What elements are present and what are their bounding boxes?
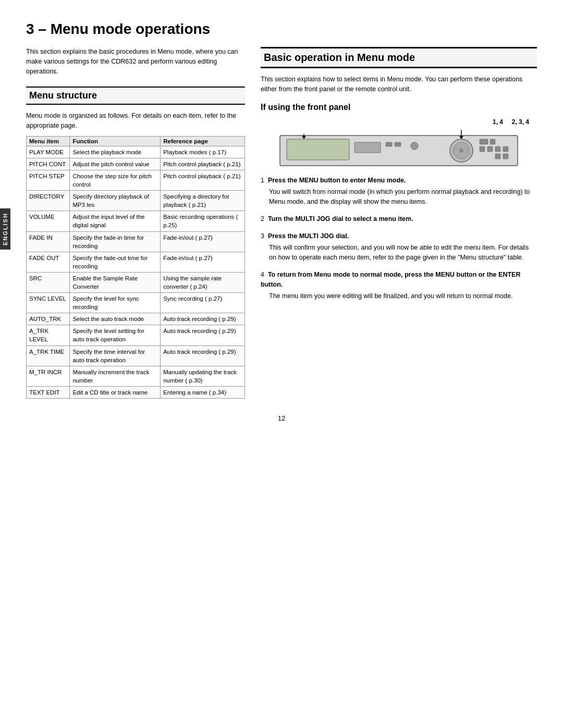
- table-cell-9-2: Auto track recording ( p.29): [161, 313, 245, 325]
- step-4-label: 4 To return from Menu mode to normal mod…: [261, 270, 537, 290]
- svg-rect-12: [487, 146, 493, 152]
- table-cell-3-1: Specify directory playback of MP3 les: [70, 191, 161, 211]
- page-number: 12: [26, 414, 537, 422]
- svg-rect-1: [287, 139, 349, 160]
- table-cell-13-2: Entering a name ( p.34): [161, 386, 245, 398]
- table-cell-5-0: FADE IN: [27, 231, 70, 252]
- table-cell-11-2: Auto track recording ( p.29): [161, 346, 245, 366]
- table-row: A_TRK TIMESpecify the time interval for …: [27, 346, 245, 366]
- table-cell-10-2: Auto track recording ( p.29): [161, 325, 245, 346]
- basic-op-intro: This section explains how to select item…: [261, 75, 537, 94]
- table-cell-1-2: Pitch control playback ( p.21): [161, 158, 245, 170]
- table-cell-4-1: Adjust the input level of the digital si…: [70, 211, 161, 231]
- step-4-detail: The menu item you were editing will be f…: [269, 291, 537, 301]
- language-label: ENGLISH: [0, 208, 10, 250]
- table-cell-9-1: Select the auto track mode: [70, 313, 161, 325]
- table-cell-0-0: PLAY MODE: [27, 146, 70, 158]
- table-cell-10-0: A_TRK LEVEL: [27, 325, 70, 346]
- svg-rect-9: [480, 139, 488, 144]
- step-1-label: 1 Press the MENU button to enter Menu mo…: [261, 176, 537, 186]
- table-row: PITCH CONTAdjust the pitch control value…: [27, 158, 245, 170]
- page-title: 3 – Menu mode operations: [26, 21, 537, 38]
- table-cell-13-1: Edit a CD title or track name: [70, 386, 161, 398]
- table-cell-4-2: Basic recording operations ( p.25): [161, 211, 245, 231]
- table-cell-8-0: SYNC LEVEL: [27, 293, 70, 313]
- svg-rect-15: [495, 154, 500, 159]
- menu-table: Menu item Function Reference page PLAY M…: [26, 136, 245, 399]
- table-cell-4-0: VOLUME: [27, 211, 70, 231]
- table-cell-0-2: Playback modes ( p.17): [161, 146, 245, 158]
- table-cell-6-2: Fade-in/out ( p.27): [161, 252, 245, 272]
- table-cell-8-1: Specify the level for sync recording: [70, 293, 161, 313]
- table-cell-5-2: Fade-in/out ( p.27): [161, 231, 245, 252]
- svg-rect-10: [490, 139, 495, 144]
- table-cell-6-1: Specify the fade-out time for recording: [70, 252, 161, 272]
- table-cell-1-0: PITCH CONT: [27, 158, 70, 170]
- table-row: M_TR INCRManually increment the track nu…: [27, 366, 245, 386]
- table-cell-11-1: Specify the time interval for auto track…: [70, 346, 161, 366]
- table-cell-2-2: Pitch control playback ( p.21): [161, 170, 245, 190]
- step-1-detail: You will switch from normal mode (in whi…: [269, 187, 537, 207]
- table-row: VOLUMEAdjust the input level of the digi…: [27, 211, 245, 231]
- device-label-2: 2, 3, 4: [512, 118, 529, 126]
- table-cell-12-0: M_TR INCR: [27, 366, 70, 386]
- table-cell-13-0: TEXT EDIT: [27, 386, 70, 398]
- col-header-function: Function: [70, 136, 161, 146]
- col-header-menu-item: Menu item: [27, 136, 70, 146]
- svg-rect-3: [386, 142, 392, 146]
- table-cell-8-2: Sync recording ( p.27): [161, 293, 245, 313]
- step-3-detail: This will confirm your selection, and yo…: [269, 243, 537, 263]
- table-cell-3-0: DIRECTORY: [27, 191, 70, 211]
- table-cell-6-0: FADE OUT: [27, 252, 70, 272]
- table-row: SYNC LEVELSpecify the level for sync rec…: [27, 293, 245, 313]
- table-cell-9-0: AUTO_TRK: [27, 313, 70, 325]
- svg-rect-14: [503, 146, 508, 152]
- step-4: 4 To return from Menu mode to normal mod…: [261, 270, 537, 301]
- table-cell-7-1: Enable the Sample Rate Converter: [70, 272, 161, 292]
- svg-rect-4: [395, 142, 401, 146]
- step-3-label: 3 Press the MULTI JOG dial.: [261, 231, 537, 241]
- menu-structure-heading: Menu structure: [26, 87, 245, 105]
- table-cell-11-0: A_TRK TIME: [27, 346, 70, 366]
- table-row: A_TRK LEVELSpecify the level setting for…: [27, 325, 245, 346]
- table-cell-12-2: Manually updating the track number ( p.3…: [161, 366, 245, 386]
- table-cell-10-1: Specify the level setting for auto track…: [70, 325, 161, 346]
- table-row: SRCEnable the Sample Rate ConverterUsing…: [27, 272, 245, 292]
- svg-rect-16: [503, 154, 508, 159]
- table-row: PLAY MODESelect the playback modePlaybac…: [27, 146, 245, 158]
- table-cell-2-1: Choose the step size for pitch control: [70, 170, 161, 190]
- table-row: TEXT EDITEdit a CD title or track nameEn…: [27, 386, 245, 398]
- table-row: FADE OUTSpecify the fade-out time for re…: [27, 252, 245, 272]
- device-illustration: 1, 4 2, 3, 4: [261, 118, 537, 165]
- step-3: 3 Press the MULTI JOG dial.This will con…: [261, 231, 537, 263]
- svg-rect-2: [354, 142, 381, 153]
- table-row: DIRECTORYSpecify directory playback of M…: [27, 191, 245, 211]
- svg-point-8: [459, 149, 463, 153]
- step-2-label: 2 Turn the MULTI JOG dial to select a me…: [261, 214, 537, 224]
- table-cell-3-2: Specifying a directory for playback ( p.…: [161, 191, 245, 211]
- if-using-heading: If using the front panel: [261, 103, 537, 112]
- svg-rect-11: [480, 146, 485, 152]
- basic-op-heading: Basic operation in Menu mode: [261, 47, 537, 68]
- left-column: This section explains the basic procedur…: [26, 47, 245, 399]
- table-cell-12-1: Manually increment the track number: [70, 366, 161, 386]
- col-header-reference: Reference page: [161, 136, 245, 146]
- device-svg: [261, 128, 537, 167]
- svg-point-5: [411, 142, 418, 150]
- device-label-1: 1, 4: [493, 118, 503, 126]
- step-2: 2 Turn the MULTI JOG dial to select a me…: [261, 214, 537, 224]
- right-column: Basic operation in Menu mode This sectio…: [261, 47, 537, 399]
- table-cell-2-0: PITCH STEP: [27, 170, 70, 190]
- svg-rect-13: [495, 146, 500, 152]
- table-cell-7-0: SRC: [27, 272, 70, 292]
- table-cell-1-1: Adjust the pitch control value: [70, 158, 161, 170]
- table-row: AUTO_TRKSelect the auto track modeAuto t…: [27, 313, 245, 325]
- table-row: FADE INSpecify the fade-in time for reco…: [27, 231, 245, 252]
- table-row: PITCH STEPChoose the step size for pitch…: [27, 170, 245, 190]
- table-cell-0-1: Select the playback mode: [70, 146, 161, 158]
- menu-desc: Menu mode is organized as follows. For d…: [26, 111, 245, 131]
- table-cell-7-2: Using the sample rate converter ( p.24): [161, 272, 245, 292]
- steps-container: 1 Press the MENU button to enter Menu mo…: [261, 176, 537, 302]
- step-1: 1 Press the MENU button to enter Menu mo…: [261, 176, 537, 207]
- table-cell-5-1: Specify the fade-in time for recording: [70, 231, 161, 252]
